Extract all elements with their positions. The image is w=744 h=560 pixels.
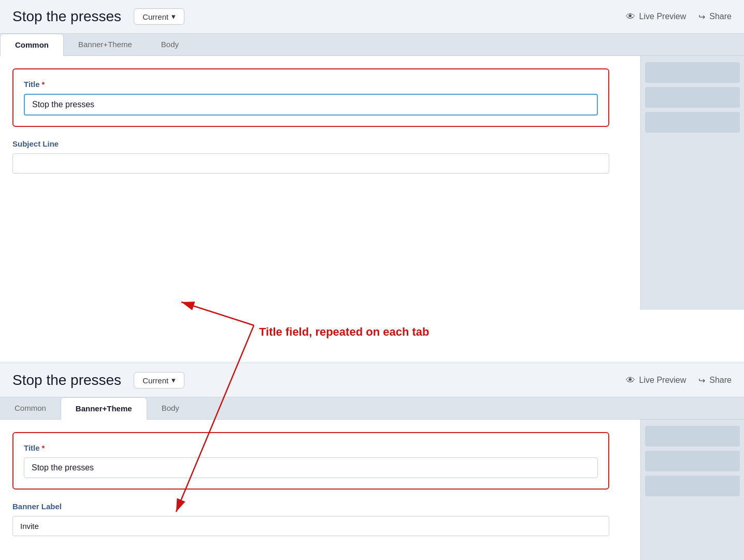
right-panel-item-1 bbox=[645, 62, 740, 83]
tab-common-2[interactable]: Common bbox=[0, 397, 61, 419]
panel-1-content: Title * Subject Line bbox=[0, 56, 622, 196]
live-preview-button-2[interactable]: 👁 Live Preview bbox=[626, 375, 686, 386]
title-input-2[interactable] bbox=[24, 457, 598, 478]
title-field-label-2: Title * bbox=[24, 443, 598, 452]
version-label-2: Current bbox=[142, 376, 168, 385]
panel-2-header: Stop the presses Current ▾ 👁 Live Previe… bbox=[0, 364, 744, 397]
panel-2-layout: Title * Banner Label bbox=[0, 420, 744, 560]
live-preview-label-2: Live Preview bbox=[639, 376, 686, 385]
subject-line-input-1[interactable] bbox=[12, 153, 609, 174]
panel-2-main: Title * Banner Label bbox=[0, 420, 640, 560]
version-label-1: Current bbox=[142, 12, 168, 21]
eye-icon-2: 👁 bbox=[626, 375, 635, 386]
share-arrow-icon-1: ↪ bbox=[698, 12, 705, 22]
share-arrow-icon-2: ↪ bbox=[698, 376, 705, 385]
tab-banner-theme-1[interactable]: Banner+Theme bbox=[64, 34, 147, 55]
right-panel-item-5 bbox=[645, 451, 740, 471]
right-panel-2 bbox=[640, 420, 744, 560]
title-field-label-1: Title * bbox=[24, 80, 598, 89]
title-section-box-2: Title * bbox=[12, 432, 609, 490]
header-actions-2: 👁 Live Preview ↪ Share bbox=[626, 375, 732, 386]
version-dropdown-1[interactable]: Current ▾ bbox=[134, 8, 184, 25]
right-panel-item-4 bbox=[645, 426, 740, 447]
banner-label-label: Banner Label bbox=[12, 502, 609, 511]
right-panel-item-6 bbox=[645, 476, 740, 496]
tabs-bar-2: Common Banner+Theme Body bbox=[0, 397, 744, 420]
panel-1-layout: Title * Subject Line bbox=[0, 56, 744, 310]
share-button-1[interactable]: ↪ Share bbox=[698, 12, 732, 22]
subject-line-section-1: Subject Line bbox=[12, 139, 609, 174]
banner-label-section: Banner Label bbox=[12, 502, 609, 536]
tab-body-2[interactable]: Body bbox=[147, 397, 194, 419]
right-panel-item-3 bbox=[645, 112, 740, 133]
annotation-text: Title field, repeated on each tab bbox=[259, 325, 429, 338]
annotation-text-container: Title field, repeated on each tab bbox=[259, 325, 429, 339]
panel-1-main: Title * Subject Line bbox=[0, 56, 640, 310]
title-section-box-1: Title * bbox=[12, 68, 609, 127]
version-dropdown-2[interactable]: Current ▾ bbox=[134, 372, 184, 389]
title-input-1[interactable] bbox=[24, 94, 598, 116]
tabs-bar-1: Common Banner+Theme Body bbox=[0, 34, 744, 56]
share-label-2: Share bbox=[709, 376, 732, 385]
chevron-down-icon-2: ▾ bbox=[171, 376, 176, 385]
required-star-2: * bbox=[42, 443, 45, 452]
header-actions-1: 👁 Live Preview ↪ Share bbox=[626, 11, 732, 22]
banner-label-input[interactable] bbox=[12, 516, 609, 536]
right-panel-item-2 bbox=[645, 87, 740, 108]
annotation-area: Title field, repeated on each tab bbox=[0, 310, 744, 362]
tab-body-1[interactable]: Body bbox=[147, 34, 193, 55]
page-title-1: Stop the presses bbox=[12, 8, 121, 25]
panel-2: Stop the presses Current ▾ 👁 Live Previe… bbox=[0, 364, 744, 560]
chevron-down-icon-1: ▾ bbox=[171, 12, 176, 21]
required-star-1: * bbox=[42, 80, 45, 89]
right-panel-1 bbox=[640, 56, 744, 310]
panel-1-header: Stop the presses Current ▾ 👁 Live Previe… bbox=[0, 0, 744, 34]
share-label-1: Share bbox=[709, 12, 732, 21]
page-title-2: Stop the presses bbox=[12, 372, 121, 389]
panel-1: Stop the presses Current ▾ 👁 Live Previe… bbox=[0, 0, 744, 310]
eye-icon-1: 👁 bbox=[626, 11, 635, 22]
panel-2-content: Title * Banner Label bbox=[0, 420, 622, 549]
live-preview-label-1: Live Preview bbox=[639, 12, 686, 21]
share-button-2[interactable]: ↪ Share bbox=[698, 376, 732, 385]
subject-line-label-1: Subject Line bbox=[12, 139, 609, 148]
live-preview-button-1[interactable]: 👁 Live Preview bbox=[626, 11, 686, 22]
tab-banner-theme-2[interactable]: Banner+Theme bbox=[61, 397, 147, 420]
tab-common-1[interactable]: Common bbox=[0, 34, 64, 56]
app-container: Stop the presses Current ▾ 👁 Live Previe… bbox=[0, 0, 744, 560]
